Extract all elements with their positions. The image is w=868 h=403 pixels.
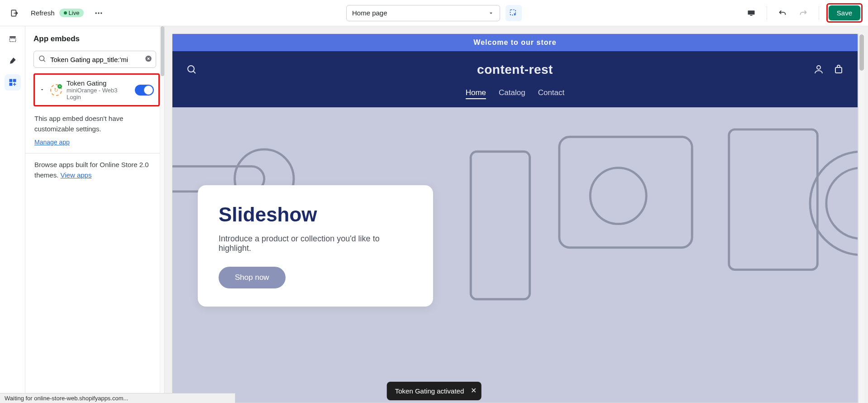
svg-rect-20 — [835, 67, 842, 73]
viewport-desktop-button[interactable] — [743, 5, 759, 21]
expand-caret[interactable] — [39, 86, 46, 94]
app-embeds-icon — [8, 78, 17, 87]
page-selector[interactable]: Home page — [346, 5, 500, 21]
svg-point-3 — [101, 12, 102, 14]
embed-text: Token Gating miniOrange - Web3 Login — [67, 79, 130, 101]
svg-point-17 — [188, 66, 194, 72]
save-button[interactable]: Save — [829, 5, 860, 20]
hero-subtitle: Introduce a product or collection you'd … — [219, 234, 412, 253]
inspector-toggle[interactable] — [506, 5, 522, 21]
sidebar-scrollbar[interactable] — [160, 26, 164, 403]
preview-scrollbar[interactable] — [858, 34, 864, 403]
svg-point-2 — [98, 12, 100, 14]
cursor-inspect-icon — [509, 9, 518, 18]
hero-card: Slideshow Introduce a product or collect… — [198, 185, 433, 307]
toast: Token Gating activated — [387, 382, 482, 400]
topbar-center: Home page — [346, 5, 522, 21]
toast-close-button[interactable] — [470, 386, 477, 396]
live-dot-icon — [64, 11, 67, 14]
topbar-right: Save — [743, 3, 863, 23]
caret-down-icon — [39, 87, 45, 92]
hero-cta-button[interactable]: Shop now — [219, 267, 286, 288]
save-highlight: Save — [826, 3, 863, 23]
view-apps-link[interactable]: View apps — [61, 171, 92, 179]
store-cart-button[interactable] — [833, 64, 844, 76]
close-icon — [470, 387, 477, 393]
manage-app-link[interactable]: Manage app — [34, 139, 70, 146]
sidebar-title: App embeds — [33, 34, 162, 43]
svg-line-15 — [43, 60, 45, 62]
redo-icon — [798, 8, 808, 18]
divider — [767, 6, 767, 20]
store-search-button[interactable] — [186, 64, 197, 76]
store-brand[interactable]: content-rest — [477, 62, 553, 77]
undo-icon — [777, 8, 787, 18]
app-icon: ↻+ — [50, 84, 62, 96]
app-embed-search-input[interactable] — [33, 51, 156, 68]
topbar: Refresh Live Home page Save — [0, 0, 868, 26]
browse-apps-note: Browse apps built for Online Store 2.0 t… — [34, 160, 156, 180]
store-announcement-bar: Welcome to our store — [172, 34, 858, 51]
live-badge-label: Live — [69, 10, 80, 16]
scrollbar-thumb[interactable] — [859, 34, 864, 71]
dots-horizontal-icon — [94, 9, 103, 18]
undo-button[interactable] — [774, 5, 791, 21]
svg-point-1 — [95, 12, 97, 14]
sections-icon — [8, 34, 17, 43]
toast-message: Token Gating activated — [395, 387, 464, 395]
divider — [25, 153, 164, 154]
body: App embeds ↻+ Token Gating miniOrange - … — [0, 26, 868, 403]
clear-search-button[interactable] — [144, 55, 153, 64]
rail-sections-button[interactable] — [5, 31, 21, 47]
redo-button[interactable] — [795, 5, 811, 21]
live-badge: Live — [59, 9, 84, 17]
embed-subtitle: miniOrange - Web3 Login — [67, 87, 130, 101]
browser-statusbar: Waiting for online-store-web.shopifyapps… — [0, 393, 235, 403]
embed-enable-toggle[interactable] — [135, 85, 154, 96]
user-icon — [813, 64, 824, 75]
svg-rect-7 — [10, 36, 15, 38]
store-preview-frame: Welcome to our store content-rest — [172, 34, 858, 403]
nav-home[interactable]: Home — [466, 88, 486, 99]
store-account-button[interactable] — [813, 64, 824, 76]
preview-area: Welcome to our store content-rest — [165, 26, 868, 403]
left-icon-rail — [0, 26, 25, 403]
svg-rect-5 — [748, 10, 754, 14]
svg-rect-11 — [9, 83, 12, 86]
scrollbar-thumb[interactable] — [161, 26, 164, 76]
search-wrap — [33, 51, 156, 68]
store-hero: Slideshow Introduce a product or collect… — [172, 107, 858, 403]
caret-down-icon — [488, 10, 494, 16]
svg-point-14 — [39, 56, 44, 61]
svg-point-19 — [817, 66, 820, 69]
rail-theme-settings-button[interactable] — [5, 53, 21, 69]
hero-title: Slideshow — [219, 203, 412, 226]
search-icon — [38, 55, 46, 64]
paintbrush-icon — [8, 56, 17, 65]
clear-icon — [144, 55, 153, 63]
store-nav: Home Catalog Contact — [172, 88, 858, 107]
bag-icon — [833, 64, 844, 75]
exit-icon — [10, 9, 19, 18]
svg-rect-8 — [10, 38, 15, 42]
app-embed-card-token-gating: ↻+ Token Gating miniOrange - Web3 Login — [33, 73, 160, 106]
svg-line-18 — [193, 71, 196, 73]
exit-button[interactable] — [5, 4, 24, 22]
more-menu-button[interactable] — [92, 6, 105, 20]
page-selector-label: Home page — [352, 9, 387, 17]
desktop-icon — [747, 9, 756, 18]
svg-rect-6 — [750, 15, 752, 16]
store-header: content-rest — [172, 51, 858, 88]
embed-title: Token Gating — [67, 79, 130, 87]
refresh-button[interactable]: Refresh — [31, 9, 55, 17]
nav-catalog[interactable]: Catalog — [499, 88, 525, 99]
divider — [819, 6, 819, 20]
nav-contact[interactable]: Contact — [538, 88, 565, 99]
search-icon — [186, 64, 197, 75]
no-settings-note: This app embed doesn't have customizable… — [34, 114, 156, 134]
svg-rect-10 — [13, 79, 16, 82]
toggle-knob — [144, 86, 153, 95]
rail-app-embeds-button[interactable] — [5, 74, 21, 91]
sidebar: App embeds ↻+ Token Gating miniOrange - … — [25, 26, 165, 403]
svg-rect-9 — [9, 79, 12, 82]
